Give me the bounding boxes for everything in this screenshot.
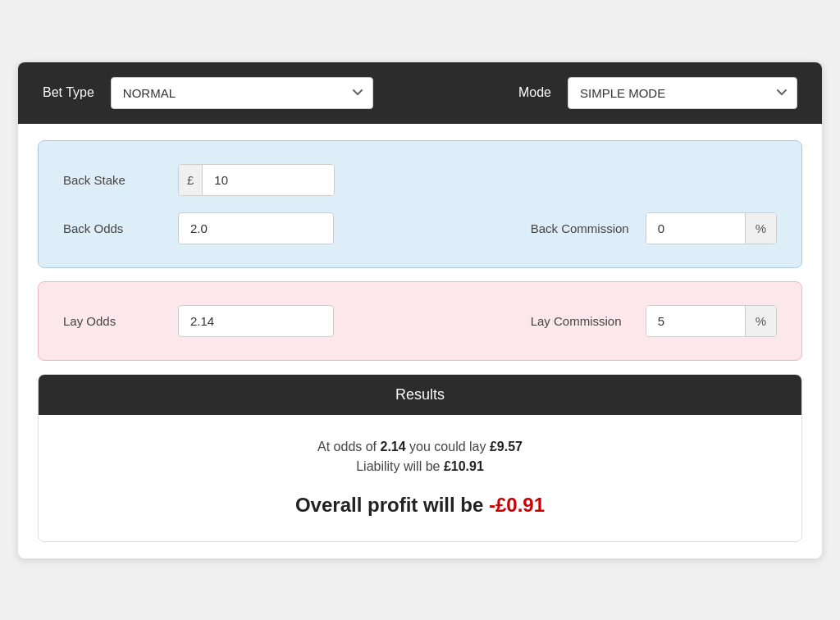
back-commission-group: Back Commission % xyxy=(531,212,777,244)
results-profit-value: -£0.91 xyxy=(489,494,545,516)
results-line1: At odds of 2.14 you could lay £9.57 xyxy=(55,440,785,454)
lay-commission-group: Lay Commission % xyxy=(531,305,777,337)
back-stake-input-wrapper: £ xyxy=(178,164,335,196)
results-line1-amount: £9.57 xyxy=(490,440,523,454)
mode-label: Mode xyxy=(518,85,551,100)
results-line1-middle: you could lay xyxy=(406,440,490,454)
results-line2: Liability will be £10.91 xyxy=(55,459,785,474)
back-commission-input[interactable] xyxy=(646,213,745,244)
lay-odds-input[interactable] xyxy=(178,305,334,337)
mode-select[interactable]: SIMPLE MODE ADVANCED MODE xyxy=(568,77,797,109)
bet-type-label: Bet Type xyxy=(43,85,94,100)
results-line2-amount: £10.91 xyxy=(444,459,484,473)
lay-percent-suffix: % xyxy=(745,306,776,336)
lay-section: Lay Odds Lay Commission % xyxy=(38,281,802,361)
results-line2-prefix: Liability will be xyxy=(356,459,444,473)
results-body: At odds of 2.14 you could lay £9.57 Liab… xyxy=(39,415,801,541)
back-commission-wrapper: % xyxy=(646,212,777,244)
results-profit: Overall profit will be -£0.91 xyxy=(55,494,785,517)
lay-commission-label: Lay Commission xyxy=(531,314,629,328)
results-profit-label: Overall profit will be xyxy=(295,494,489,516)
results-title: Results xyxy=(395,386,445,403)
currency-prefix: £ xyxy=(179,165,203,195)
back-stake-input[interactable] xyxy=(203,165,334,195)
header-bar: Bet Type NORMAL EACH WAY FORECAST Mode S… xyxy=(18,62,822,124)
back-percent-suffix: % xyxy=(745,213,776,244)
back-odds-label: Back Odds xyxy=(63,221,162,235)
lay-commission-input[interactable] xyxy=(646,306,745,336)
back-section: Back Stake £ Back Odds Back Commission % xyxy=(38,140,802,268)
lay-odds-label: Lay Odds xyxy=(63,314,162,328)
results-line1-odds: 2.14 xyxy=(381,440,406,454)
main-content: Back Stake £ Back Odds Back Commission % xyxy=(18,124,822,558)
results-header: Results xyxy=(39,375,801,415)
bet-type-select[interactable]: NORMAL EACH WAY FORECAST xyxy=(111,77,373,109)
back-stake-label: Back Stake xyxy=(63,173,162,187)
results-line1-prefix: At odds of xyxy=(317,440,381,454)
lay-commission-wrapper: % xyxy=(646,305,777,337)
results-section: Results At odds of 2.14 you could lay £9… xyxy=(38,374,802,542)
back-commission-label: Back Commission xyxy=(531,221,629,235)
calculator-wrapper: Bet Type NORMAL EACH WAY FORECAST Mode S… xyxy=(18,62,822,558)
back-odds-input[interactable] xyxy=(178,212,334,244)
